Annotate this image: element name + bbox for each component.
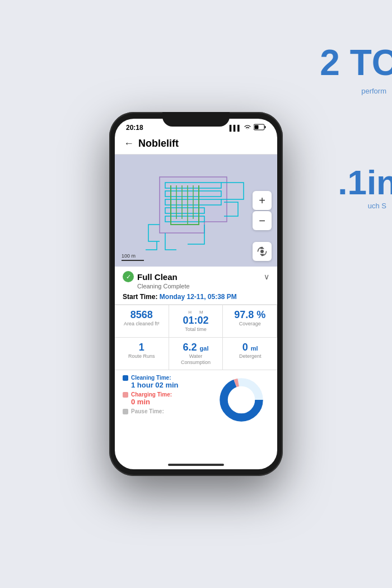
stat-total-time: HM 01:02 Total time	[169, 305, 223, 338]
cleaning-label-row: Cleaning Time:	[123, 375, 208, 381]
cleaning-title: Cleaning Time:	[131, 375, 171, 381]
stats-grid: 8568 Area cleaned ft² HM 01:02 Total tim…	[115, 305, 277, 370]
session-title-row: ✓ Full Clean	[123, 271, 178, 282]
svg-rect-2	[255, 125, 259, 129]
bg-text-mid: .1in	[338, 162, 392, 202]
coverage-label: Coverage	[226, 321, 273, 327]
charging-title: Charging Time:	[131, 391, 172, 398]
bottom-panel: Cleaning Time: 1 hour 02 min Charging Ti…	[115, 370, 277, 430]
map-controls: + −	[253, 191, 272, 230]
route-value: 1	[118, 342, 165, 352]
session-header: ✓ Full Clean ∨	[123, 271, 269, 282]
cleaning-dot	[123, 375, 128, 381]
area-label: Area cleaned ft²	[118, 321, 165, 327]
time-label: Total time	[172, 326, 220, 333]
zoom-in-button[interactable]: +	[253, 191, 272, 210]
session-title: Full Clean	[137, 272, 178, 282]
pause-title: Pause Time:	[131, 408, 164, 414]
zoom-out-button[interactable]: −	[253, 211, 272, 230]
map-scale: 100 m	[122, 253, 144, 261]
pause-label-row: Pause Time:	[123, 408, 208, 414]
wifi-icon	[244, 124, 251, 131]
cleaning-value: 1 hour 02 min	[131, 381, 208, 389]
stat-coverage: 97.8 % Coverage	[223, 305, 277, 338]
time-value: 01:02	[172, 315, 220, 325]
stat-area-cleaned: 8568 Area cleaned ft²	[115, 305, 169, 338]
map-area[interactable]: + − 100 m	[115, 155, 277, 267]
battery-icon	[254, 124, 266, 132]
session-subtitle: Cleaning Complete	[137, 283, 269, 290]
session-info: ✓ Full Clean ∨ Cleaning Complete Start T…	[115, 267, 277, 305]
pause-dot	[123, 409, 128, 414]
svg-point-8	[230, 389, 253, 412]
area-value: 8568	[118, 310, 165, 320]
page-title: Noblelift	[138, 138, 179, 150]
status-time: 20:18	[126, 124, 143, 132]
stat-detergent: 0 ml Detergent	[223, 338, 277, 371]
chevron-down-icon[interactable]: ∨	[264, 272, 269, 281]
status-check-icon: ✓	[123, 271, 134, 282]
bg-text-sub1: perform	[361, 87, 386, 95]
status-icons: ▌▌▌	[230, 124, 266, 132]
charging-time-item: Charging Time: 0 min	[123, 391, 208, 406]
coverage-value: 97.8 %	[226, 310, 273, 320]
back-button[interactable]: ←	[124, 138, 134, 150]
donut-chart-container	[213, 375, 269, 425]
phone-shell: 20:18 ▌▌▌	[109, 112, 283, 476]
start-time-label: Start Time:	[123, 293, 157, 301]
bg-text-mid2: uch S	[368, 202, 386, 210]
nav-bar: ← Noblelift	[115, 134, 277, 155]
svg-rect-1	[265, 126, 266, 128]
route-label: Route Runs	[118, 353, 165, 360]
charging-value: 0 min	[131, 398, 208, 406]
water-value: 6.2 gal	[172, 342, 220, 352]
cleaning-time-item: Cleaning Time: 1 hour 02 min	[123, 375, 208, 389]
svg-point-4	[261, 250, 264, 253]
start-time-value: Monday 12-11, 05:38 PM	[160, 293, 237, 301]
charging-dot	[123, 392, 128, 398]
detergent-value: 0 ml	[226, 342, 274, 352]
phone-notch	[162, 112, 230, 127]
water-label: WaterConsumption	[172, 353, 220, 366]
legend-column: Cleaning Time: 1 hour 02 min Charging Ti…	[123, 375, 208, 425]
start-time-row: Start Time: Monday 12-11, 05:38 PM	[123, 293, 269, 301]
charging-label-row: Charging Time:	[123, 391, 208, 398]
signal-icon: ▌▌▌	[230, 125, 241, 131]
hm-labels: HM	[172, 310, 220, 315]
stat-route-runs: 1 Route Runs	[115, 338, 169, 371]
bg-text-top: 2 TC	[320, 45, 392, 81]
rotate-button[interactable]	[253, 242, 272, 261]
home-indicator	[168, 464, 224, 466]
detergent-label: Detergent	[226, 353, 274, 360]
stat-water: 6.2 gal WaterConsumption	[169, 338, 223, 371]
pause-time-item: Pause Time:	[123, 408, 208, 414]
phone-screen: 20:18 ▌▌▌	[115, 119, 277, 469]
donut-chart	[216, 375, 267, 425]
